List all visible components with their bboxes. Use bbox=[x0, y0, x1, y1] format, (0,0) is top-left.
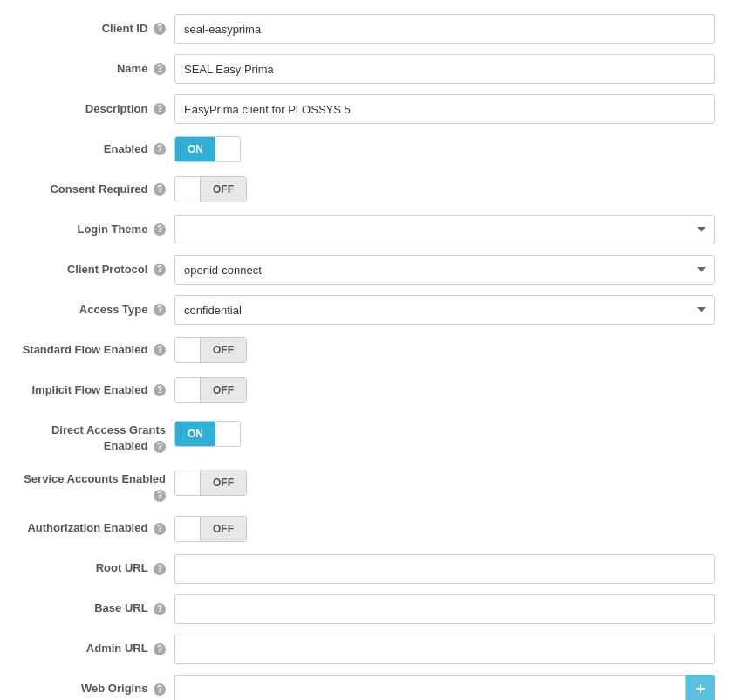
authorization-enabled-control: OFF bbox=[174, 514, 715, 544]
login-theme-row: Login Theme ? keycloak base bbox=[17, 209, 728, 250]
client-protocol-label: Client Protocol ? bbox=[17, 263, 174, 278]
client-id-help-icon[interactable]: ? bbox=[154, 23, 166, 35]
web-origins-add-button[interactable]: + bbox=[686, 675, 715, 700]
direct-access-grants-help-icon[interactable]: ? bbox=[154, 441, 166, 453]
standard-flow-off-part: OFF bbox=[200, 338, 246, 362]
root-url-row: Root URL ? bbox=[17, 549, 728, 589]
standard-flow-control: OFF bbox=[174, 335, 715, 365]
standard-flow-on-part bbox=[175, 338, 200, 362]
root-url-label: Root URL ? bbox=[17, 561, 174, 576]
direct-access-grants-off-part bbox=[215, 422, 240, 446]
root-url-control bbox=[174, 554, 715, 584]
description-help-icon[interactable]: ? bbox=[154, 103, 166, 115]
enabled-off-part bbox=[215, 137, 240, 161]
authorization-enabled-toggle[interactable]: OFF bbox=[174, 516, 247, 542]
enabled-help-icon[interactable]: ? bbox=[154, 143, 166, 155]
web-origins-control: + bbox=[174, 675, 715, 700]
client-protocol-control: openid-connect saml bbox=[174, 255, 715, 285]
consent-required-toggle[interactable]: OFF bbox=[174, 176, 247, 202]
implicit-flow-row: Implicit Flow Enabled ? OFF bbox=[17, 370, 728, 410]
access-type-control: confidential public bearer-only bbox=[174, 295, 715, 325]
standard-flow-help-icon[interactable]: ? bbox=[154, 344, 166, 356]
service-accounts-toggle[interactable]: OFF bbox=[174, 470, 247, 496]
login-theme-label: Login Theme ? bbox=[17, 223, 174, 237]
consent-required-row: Consent Required ? OFF bbox=[17, 169, 728, 209]
admin-url-row: Admin URL ? bbox=[17, 629, 728, 669]
service-accounts-off-part: OFF bbox=[200, 470, 246, 495]
base-url-control bbox=[174, 594, 715, 624]
access-type-select[interactable]: confidential public bearer-only bbox=[174, 295, 715, 325]
name-label: Name ? bbox=[17, 62, 174, 77]
service-accounts-on-part bbox=[175, 470, 200, 495]
authorization-enabled-off-part: OFF bbox=[200, 517, 246, 541]
standard-flow-label: Standard Flow Enabled ? bbox=[17, 343, 174, 358]
enabled-toggle[interactable]: ON bbox=[174, 136, 241, 162]
admin-url-label: Admin URL ? bbox=[17, 642, 174, 656]
web-origins-label: Web Origins ? bbox=[17, 682, 174, 697]
admin-url-help-icon[interactable]: ? bbox=[154, 643, 166, 655]
consent-required-on-part bbox=[175, 177, 200, 202]
login-theme-select[interactable]: keycloak base bbox=[174, 215, 715, 244]
description-input[interactable] bbox=[174, 94, 715, 124]
base-url-input[interactable] bbox=[174, 594, 715, 624]
authorization-enabled-help-icon[interactable]: ? bbox=[154, 523, 166, 535]
base-url-help-icon[interactable]: ? bbox=[154, 603, 166, 615]
description-control bbox=[174, 94, 715, 124]
implicit-flow-help-icon[interactable]: ? bbox=[154, 384, 166, 396]
access-type-row: Access Type ? confidential public bearer… bbox=[17, 290, 728, 330]
authorization-enabled-toggle-wrapper: OFF bbox=[174, 514, 715, 544]
direct-access-grants-toggle-wrapper: ON bbox=[174, 419, 715, 449]
login-theme-control: keycloak base bbox=[174, 215, 715, 244]
direct-access-grants-toggle[interactable]: ON bbox=[174, 421, 241, 447]
consent-required-off-part: OFF bbox=[200, 177, 246, 202]
login-theme-help-icon[interactable]: ? bbox=[154, 223, 166, 236]
client-protocol-select[interactable]: openid-connect saml bbox=[174, 255, 715, 285]
authorization-enabled-label: Authorization Enabled ? bbox=[17, 521, 174, 536]
client-protocol-row: Client Protocol ? openid-connect saml bbox=[17, 250, 728, 290]
service-accounts-label: Service Accounts Enabled ? bbox=[17, 468, 174, 503]
root-url-input[interactable] bbox=[174, 554, 715, 584]
authorization-enabled-row: Authorization Enabled ? OFF bbox=[17, 509, 728, 549]
direct-access-grants-on-part: ON bbox=[175, 422, 215, 446]
implicit-flow-off-part: OFF bbox=[200, 378, 246, 402]
service-accounts-row: Service Accounts Enabled ? OFF bbox=[17, 459, 728, 508]
base-url-label: Base URL ? bbox=[17, 601, 174, 616]
client-protocol-help-icon[interactable]: ? bbox=[154, 264, 166, 276]
standard-flow-toggle-wrapper: OFF bbox=[174, 335, 715, 365]
name-row: Name ? bbox=[17, 49, 728, 89]
client-id-label: Client ID ? bbox=[17, 22, 174, 37]
standard-flow-toggle[interactable]: OFF bbox=[174, 337, 247, 363]
implicit-flow-label: Implicit Flow Enabled ? bbox=[17, 383, 174, 398]
implicit-flow-control: OFF bbox=[174, 375, 715, 405]
name-control bbox=[174, 54, 715, 84]
direct-access-grants-row: Direct Access Grants Enabled ? ON bbox=[17, 410, 728, 459]
name-input[interactable] bbox=[174, 54, 715, 84]
enabled-toggle-wrapper: ON bbox=[174, 134, 715, 164]
root-url-help-icon[interactable]: ? bbox=[154, 563, 166, 575]
implicit-flow-toggle[interactable]: OFF bbox=[174, 377, 247, 403]
service-accounts-help-icon[interactable]: ? bbox=[154, 490, 166, 502]
consent-required-control: OFF bbox=[174, 175, 715, 204]
base-url-row: Base URL ? bbox=[17, 589, 728, 629]
consent-required-toggle-wrapper: OFF bbox=[174, 175, 715, 204]
client-id-control bbox=[174, 14, 715, 44]
name-help-icon[interactable]: ? bbox=[154, 63, 166, 75]
direct-access-grants-control: ON bbox=[174, 419, 715, 449]
web-origins-help-icon[interactable]: ? bbox=[154, 683, 166, 696]
web-origins-input[interactable] bbox=[174, 675, 686, 700]
enabled-row: Enabled ? ON bbox=[17, 129, 728, 169]
client-id-input[interactable] bbox=[174, 14, 715, 44]
direct-access-grants-label: Direct Access Grants Enabled ? bbox=[17, 419, 174, 454]
access-type-label: Access Type ? bbox=[17, 303, 174, 318]
implicit-flow-on-part bbox=[175, 378, 200, 402]
implicit-flow-toggle-wrapper: OFF bbox=[174, 375, 715, 405]
admin-url-input[interactable] bbox=[174, 635, 715, 664]
enabled-label: Enabled ? bbox=[17, 142, 174, 157]
settings-form: Client ID ? Name ? Description ? Enabled… bbox=[0, 0, 745, 700]
web-origins-row: Web Origins ? + bbox=[17, 669, 728, 700]
access-type-help-icon[interactable]: ? bbox=[154, 304, 166, 316]
description-row: Description ? bbox=[17, 89, 728, 129]
consent-required-help-icon[interactable]: ? bbox=[154, 183, 166, 196]
enabled-control: ON bbox=[174, 134, 715, 164]
description-label: Description ? bbox=[17, 102, 174, 117]
